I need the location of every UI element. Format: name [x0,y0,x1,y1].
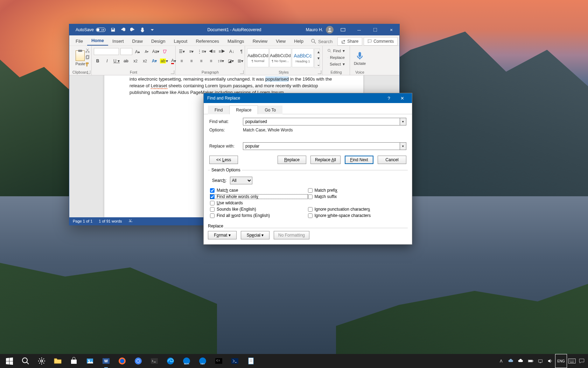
user-avatar-icon[interactable] [326,26,334,34]
tab-goto[interactable]: Go To [258,105,282,114]
word-count[interactable]: 1 of 91 words [99,219,122,223]
shading-icon[interactable]: ◪▾ [227,57,234,65]
dialog-launcher-icon[interactable] [87,70,90,74]
settings-button[interactable] [34,354,50,368]
grow-font-icon[interactable]: A▴ [134,48,141,55]
store-button[interactable] [66,354,82,368]
tab-replace[interactable]: Replace [229,105,258,114]
font-size-input[interactable] [120,48,132,55]
share-button[interactable]: Share [337,37,362,46]
dialog-launcher-icon[interactable] [171,70,174,74]
replace-button[interactable]: Replace [278,156,306,164]
shrink-font-icon[interactable]: A▾ [143,48,150,55]
italic-icon[interactable]: I [103,57,111,65]
whole-words-checkbox[interactable]: Find whole words only [210,194,308,199]
style-heading1[interactable]: AaBbCcHeading 1 [292,48,314,67]
sounds-like-checkbox[interactable]: Sounds like (English) [210,207,308,212]
cut-icon[interactable] [85,48,90,53]
superscript-icon[interactable]: x2 [141,57,149,65]
font-name-input[interactable] [94,48,119,55]
powershell-button[interactable] [227,354,243,368]
multilevel-icon[interactable]: ⋮≡▾ [197,48,206,55]
clear-format-icon[interactable] [161,48,169,55]
help-button[interactable]: ? [383,93,395,103]
save-icon[interactable] [111,27,115,32]
spell-check-icon[interactable] [128,219,133,224]
justify-icon[interactable]: ≡ [207,57,215,65]
photos-button[interactable] [82,354,98,368]
chrome-button[interactable] [130,354,146,368]
copy-icon[interactable] [85,55,90,60]
touch-mode-icon[interactable] [140,27,145,32]
edge-button[interactable] [162,354,178,368]
edge-dev-button[interactable]: DEV [195,354,211,368]
format-painter-icon[interactable] [85,62,90,67]
strikethrough-icon[interactable]: ab [122,57,130,65]
borders-icon[interactable]: ⊞▾ [237,57,244,65]
edge-beta-button[interactable]: BETA [178,354,195,368]
tab-file[interactable]: File [71,36,87,46]
replace-history-dropdown[interactable]: ▾ [400,142,406,150]
undo-icon[interactable] [120,27,125,32]
tab-home[interactable]: Home [87,36,108,46]
notepad-button[interactable] [243,354,259,368]
find-button[interactable]: Find ▾ [326,48,346,54]
find-history-dropdown[interactable]: ▾ [400,118,406,125]
paste-button[interactable]: Paste [75,47,85,69]
subscript-icon[interactable]: x2 [132,57,139,65]
dialog-titlebar[interactable]: Find and Replace ? ✕ [204,93,412,103]
search-direction-select[interactable]: All [230,177,252,184]
styles-more-icon[interactable]: ⌄ [315,61,322,68]
keyboard-icon[interactable] [567,354,577,368]
tab-view[interactable]: View [272,36,290,46]
match-prefix-checkbox[interactable]: Match prefix [308,188,406,193]
find-next-button[interactable]: Find Next [345,156,373,164]
decrease-indent-icon[interactable]: ⯇≡ [208,48,216,55]
ignore-punctuation-checkbox[interactable]: Ignore punctuation characters [308,207,406,212]
dialog-launcher-icon[interactable] [240,70,244,74]
autosave-toggle[interactable]: AutoSave Off [76,27,106,32]
volume-icon[interactable] [545,354,555,368]
tab-design[interactable]: Design [147,36,169,46]
less-button[interactable]: << Less [209,156,238,164]
cmd-button[interactable]: C:\ [211,354,227,368]
wildcards-checkbox[interactable]: Use wildcards [210,200,308,205]
word-app-button[interactable]: W [98,354,114,368]
ribbon-display-icon[interactable] [336,24,350,35]
search-button[interactable] [18,354,34,368]
text-effects-icon[interactable]: A▾ [150,57,158,65]
word-forms-checkbox[interactable]: Find all word forms (English) [210,213,308,218]
style-normal[interactable]: AaBbCcDd¶ Normal [247,48,269,67]
bold-icon[interactable]: B [94,57,102,65]
ignore-whitespace-checkbox[interactable]: Ignore white-space characters [308,213,406,218]
onedrive-icon[interactable] [516,354,526,368]
tab-layout[interactable]: Layout [169,36,191,46]
close-button[interactable]: ✕ [385,24,398,35]
redo-icon[interactable] [130,27,135,32]
network-icon[interactable] [536,354,545,368]
word-titlebar[interactable]: AutoSave Off Document1 - AutoRecovered M… [69,24,399,35]
numbering-icon[interactable]: ≡▾ [188,48,195,55]
styles-down-icon[interactable]: ▾ [315,55,322,61]
show-marks-icon[interactable]: ¶ [238,48,245,55]
comments-button[interactable]: Comments [364,37,398,46]
style-no-spacing[interactable]: AaBbCcDd¶ No Spac... [270,48,291,67]
tab-help[interactable]: Help [290,36,308,46]
format-button[interactable]: Format ▾ [208,231,237,239]
replace-button[interactable]: Replace [326,55,346,60]
customize-icon[interactable] [150,27,155,32]
select-button[interactable]: Select ▾ [326,61,346,67]
replace-all-button[interactable]: Replace All [310,156,341,164]
user-name[interactable]: Mauro H. [306,27,323,32]
terminal-button[interactable] [146,354,162,368]
tab-insert[interactable]: Insert [108,36,128,46]
increase-indent-icon[interactable]: ≡⯈ [218,48,226,55]
tray-expand-icon[interactable]: ᐱ [496,354,506,368]
align-left-icon[interactable]: ≡ [178,57,186,65]
match-suffix-checkbox[interactable]: Match suffix [308,194,406,199]
onedrive-icon[interactable] [506,354,516,368]
line-spacing-icon[interactable]: ↕≡▾ [217,57,225,65]
styles-up-icon[interactable]: ▴ [315,49,322,55]
maximize-button[interactable] [369,24,382,35]
search-input[interactable]: Search [308,38,336,46]
